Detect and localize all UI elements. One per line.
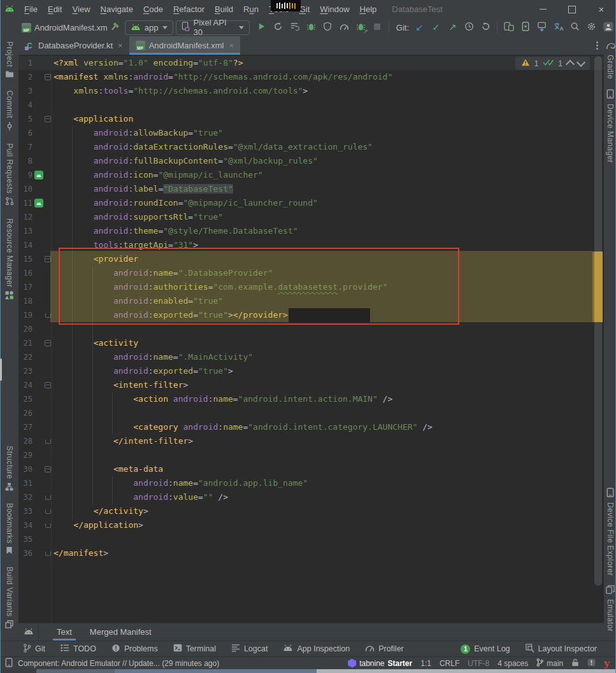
line-number[interactable]: 11: [20, 196, 32, 210]
line-number[interactable]: 9: [20, 168, 32, 182]
menu-item-run[interactable]: Run: [238, 0, 264, 18]
launcher-icon[interactable]: [34, 199, 43, 208]
code-text[interactable]: android:roundIcon="@mipmap/ic_launcher_r…: [52, 196, 318, 210]
toolwindow-git[interactable]: Git: [23, 644, 45, 655]
fold-end-marker[interactable]: [45, 509, 51, 514]
stop-button[interactable]: [369, 20, 385, 35]
menu-item-view[interactable]: View: [67, 0, 95, 18]
line-number[interactable]: 2: [20, 70, 32, 84]
fold-marker[interactable]: [45, 382, 51, 388]
code-text[interactable]: <?xml version="1.0" encoding="utf-8"?>: [52, 56, 243, 70]
menu-item-navigate[interactable]: Navigate: [96, 0, 138, 18]
line-number[interactable]: 8: [20, 154, 32, 168]
line-number[interactable]: 13: [20, 224, 32, 238]
code-text[interactable]: xmlns:tools="http://schemas.android.com/…: [52, 84, 308, 98]
code-line[interactable]: 2<manifest xmlns:android="http://schemas…: [18, 70, 604, 84]
toolwindow-todo[interactable]: TODO: [61, 644, 96, 655]
menu-item-build[interactable]: Build: [210, 0, 238, 18]
code-text[interactable]: <category android:name="android.intent.c…: [52, 420, 433, 434]
code-text[interactable]: android:allowBackup="true": [52, 126, 223, 140]
sidebar-item-pull-requests[interactable]: Pull Requests: [5, 143, 14, 208]
code-line[interactable]: 28 </intent-filter>: [18, 434, 604, 448]
code-text[interactable]: android:exported="true">: [52, 364, 233, 378]
code-line[interactable]: 35: [18, 532, 604, 546]
sidebar-item-device-manager[interactable]: Device Manager: [606, 89, 615, 163]
code-text[interactable]: </manifest>: [52, 546, 108, 560]
code-text[interactable]: android:icon="@mipmap/ic_launcher": [52, 168, 263, 182]
plugin-y-icon[interactable]: y: [604, 658, 610, 669]
line-number[interactable]: 20: [20, 322, 32, 336]
sidebar-item-resource-manager[interactable]: Resource Manager: [5, 218, 14, 301]
profile-button[interactable]: [320, 20, 336, 35]
code-text[interactable]: <activity: [52, 336, 138, 350]
sidebar-item-gradle[interactable]: Gradle: [605, 41, 615, 79]
code-line[interactable]: 3 xmlns:tools="http://schemas.android.co…: [18, 84, 604, 98]
git-branch-widget[interactable]: main: [536, 658, 563, 669]
rollback-button[interactable]: [478, 20, 494, 35]
line-number[interactable]: 14: [20, 238, 32, 252]
minimize-button[interactable]: [528, 0, 557, 18]
build-button[interactable]: [107, 20, 122, 35]
line-number[interactable]: 21: [20, 336, 32, 350]
push-button[interactable]: ↗: [445, 20, 461, 35]
tab-options-kebab-icon[interactable]: [596, 41, 599, 51]
code-text[interactable]: android:value="" />: [52, 490, 228, 504]
sidebar-item-project[interactable]: Project: [5, 41, 14, 80]
code-line[interactable]: 23 android:exported="true">: [18, 364, 604, 378]
line-number[interactable]: 23: [20, 364, 32, 378]
fold-marker[interactable]: [45, 116, 51, 122]
file-encoding[interactable]: UTF-8: [468, 659, 489, 668]
apply-changes-button[interactable]: [270, 20, 286, 35]
code-line[interactable]: 5 <application: [18, 112, 604, 126]
toolwindow-problems[interactable]: Problems: [111, 644, 158, 655]
code-line[interactable]: 21 <activity: [18, 336, 604, 350]
view-tab-merged-manifest[interactable]: Merged Manifest: [81, 623, 161, 641]
translate-button[interactable]: A: [550, 20, 566, 35]
line-number[interactable]: 29: [20, 448, 32, 462]
toolwindow-event-log[interactable]: 1Event Log: [461, 644, 510, 655]
fold-end-marker[interactable]: [45, 495, 51, 500]
code-line[interactable]: 26: [18, 406, 604, 420]
editor-tab-databaseprovider-kt[interactable]: CDatabaseProvider.kt×: [18, 36, 129, 55]
line-number[interactable]: 32: [20, 490, 32, 504]
history-button[interactable]: [461, 20, 477, 35]
fold-marker[interactable]: [45, 466, 51, 472]
sidebar-item-build-variants[interactable]: Build Variants: [5, 567, 14, 630]
menu-item-refactor[interactable]: Refactor: [168, 0, 210, 18]
avd-manager-button[interactable]: [517, 20, 533, 35]
maximize-button[interactable]: [557, 0, 587, 18]
code-line[interactable]: 9 android:icon="@mipmap/ic_launcher": [18, 168, 604, 182]
fold-marker[interactable]: [45, 340, 51, 346]
code-text[interactable]: android:fullBackupContent="@xml/backup_r…: [52, 154, 318, 168]
prev-issue-chevron-icon[interactable]: [566, 60, 575, 69]
line-number[interactable]: 15: [20, 252, 32, 266]
close-icon[interactable]: ×: [118, 41, 123, 50]
menu-item-file[interactable]: File: [19, 0, 43, 18]
readonly-lock-icon[interactable]: [571, 658, 579, 669]
code-text[interactable]: </intent-filter>: [52, 434, 193, 448]
warning-icon[interactable]: [521, 59, 530, 68]
line-number[interactable]: 24: [20, 378, 32, 392]
code-text[interactable]: <application: [52, 112, 133, 126]
profile-avatar[interactable]: [600, 20, 616, 35]
code-line[interactable]: 13 android:theme="@style/Theme.DatabaseT…: [18, 224, 604, 238]
toolwindow-logcat[interactable]: Logcat: [231, 644, 268, 655]
code-line[interactable]: 6 android:allowBackup="true": [18, 126, 604, 140]
line-number[interactable]: 12: [20, 210, 32, 224]
launcher-icon[interactable]: [34, 171, 43, 180]
code-line[interactable]: 33 </activity>: [18, 504, 604, 518]
close-icon[interactable]: ×: [229, 41, 234, 50]
code-line[interactable]: 30 <meta-data: [18, 462, 604, 476]
update-project-button[interactable]: ↙: [412, 20, 427, 35]
code-line[interactable]: 12 android:supportsRtl="true": [18, 210, 604, 224]
sidebar-item-bookmarks[interactable]: Bookmarks: [5, 503, 14, 557]
menu-item-help[interactable]: Help: [355, 0, 382, 18]
fold-marker[interactable]: [45, 74, 51, 80]
line-number[interactable]: 1: [20, 56, 32, 70]
line-number[interactable]: 10: [20, 182, 32, 196]
line-number[interactable]: 30: [20, 462, 32, 476]
line-number[interactable]: 3: [20, 84, 32, 98]
ok-check-icon[interactable]: [543, 59, 554, 68]
toolwindow-app-inspection[interactable]: App Inspection: [283, 644, 350, 655]
code-line[interactable]: 10 android:label="DatabaseTest": [18, 182, 604, 196]
